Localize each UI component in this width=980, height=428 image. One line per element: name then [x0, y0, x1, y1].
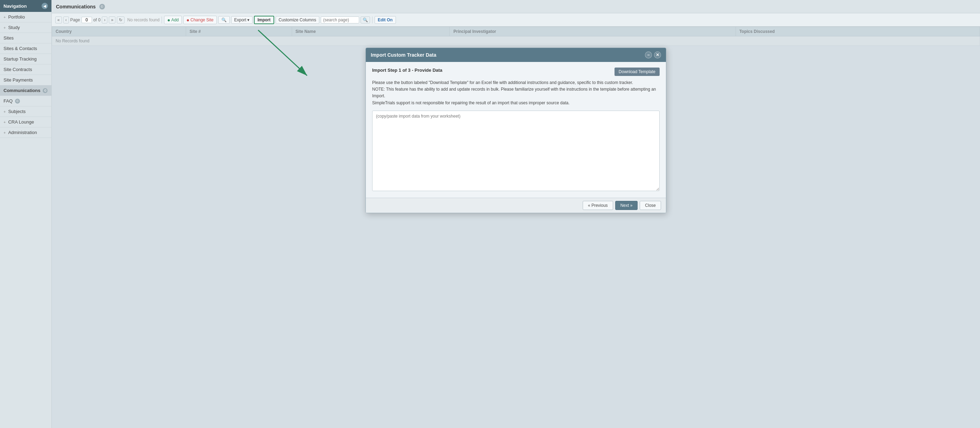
- svg-line-1: [258, 30, 307, 76]
- sidebar-plus-subjects: +: [3, 110, 6, 114]
- sidebar-title: Navigation: [3, 3, 27, 9]
- modal-step-header: Import Step 1 of 3 - Provide Data Downlo…: [372, 67, 660, 76]
- sidebar-item-sites[interactable]: Sites: [0, 33, 51, 43]
- toolbar-separator-2: [372, 16, 372, 24]
- modal-header: Import Custom Tracker Data − ✕: [366, 48, 666, 62]
- modal-instructions: Please use the button labeled "Download …: [372, 80, 660, 106]
- search-input[interactable]: [321, 16, 359, 24]
- communications-badge: ©: [43, 88, 48, 93]
- sidebar-plus-cra-lounge: +: [3, 120, 6, 124]
- modal-step-title: Import Step 1 of 3 - Provide Data: [372, 67, 442, 73]
- customize-columns-button[interactable]: Customize Columns: [275, 16, 319, 24]
- last-page-button[interactable]: »: [109, 16, 115, 24]
- sidebar-item-faq[interactable]: FAQ ©: [0, 96, 51, 106]
- search-icon: 🔍: [221, 18, 227, 22]
- edit-on-label: Edit On: [378, 18, 393, 22]
- export-label: Export: [234, 18, 247, 22]
- page-input[interactable]: [81, 17, 92, 23]
- of-value: 0: [98, 18, 101, 22]
- toolbar-separator-1: [162, 16, 162, 24]
- refresh-button[interactable]: ↻: [117, 16, 124, 24]
- instruction-line-2: NOTE: This feature has the ability to ad…: [372, 86, 660, 99]
- export-button[interactable]: Export ▾: [231, 16, 253, 24]
- next-page-button[interactable]: ›: [102, 16, 107, 24]
- of-label: of: [93, 18, 97, 22]
- download-template-label: Download Template: [619, 69, 655, 74]
- previous-button[interactable]: « Previous: [583, 201, 613, 210]
- sidebar-item-administration[interactable]: + Administration: [0, 128, 51, 138]
- sidebar-collapse-icon[interactable]: ◀: [41, 3, 48, 9]
- toolbar: « ‹ Page of 0 › » ↻ No records found ● A…: [52, 13, 980, 27]
- sidebar-label-cra-lounge: CRA Lounge: [8, 119, 34, 125]
- sidebar-header: Navigation ◀: [0, 0, 51, 12]
- modal-close-icon[interactable]: ✕: [654, 51, 661, 58]
- sidebar-label-communications: Communications: [3, 88, 40, 93]
- sidebar-item-site-payments[interactable]: Site Payments: [0, 75, 51, 85]
- first-page-button[interactable]: «: [55, 16, 62, 24]
- sidebar-item-portfolio[interactable]: + Portfolio: [0, 12, 51, 22]
- close-label: Close: [645, 203, 656, 208]
- topbar-badge: ©: [99, 4, 105, 10]
- instruction-line-1: Please use the button labeled "Download …: [372, 80, 660, 86]
- sidebar-item-sites-contacts[interactable]: Sites & Contacts: [0, 43, 51, 54]
- sidebar-item-cra-lounge[interactable]: + CRA Lounge: [0, 117, 51, 128]
- sidebar-item-communications[interactable]: Communications ©: [0, 85, 51, 96]
- add-icon: ●: [167, 17, 170, 23]
- sidebar-item-subjects[interactable]: + Subjects: [0, 106, 51, 117]
- sidebar-plus-administration: +: [3, 131, 6, 135]
- topbar: Communications ©: [52, 0, 980, 13]
- import-data-textarea[interactable]: [372, 110, 660, 191]
- sidebar-label-site-contracts: Site Contracts: [3, 67, 32, 72]
- page-info: Page of 0: [70, 17, 101, 23]
- previous-label: « Previous: [588, 203, 608, 208]
- change-site-label: Change Site: [190, 18, 213, 22]
- add-button[interactable]: ● Add: [164, 16, 182, 24]
- import-button[interactable]: Import: [254, 16, 274, 24]
- main-content: Communications © « ‹ Page of 0 › » ↻ No …: [52, 0, 980, 428]
- sidebar-item-site-contracts[interactable]: Site Contracts: [0, 64, 51, 75]
- no-records-status: No records found: [127, 18, 159, 22]
- sidebar: Navigation ◀ + Portfolio + Study Sites S…: [0, 0, 52, 428]
- add-label: Add: [171, 18, 179, 22]
- table-area: Country Site # Site Name Principal Inves…: [52, 27, 980, 428]
- modal-minimize-icon[interactable]: −: [645, 51, 652, 58]
- change-site-button[interactable]: ● Change Site: [183, 16, 217, 24]
- download-template-button[interactable]: Download Template: [614, 67, 660, 76]
- sidebar-plus-portfolio: +: [3, 15, 6, 19]
- modal-title: Import Custom Tracker Data: [371, 52, 436, 58]
- modal-header-icons: − ✕: [645, 51, 661, 58]
- sidebar-plus-study: +: [3, 26, 6, 30]
- search-button[interactable]: 🔍: [218, 16, 230, 24]
- import-modal: Import Custom Tracker Data − ✕ Import St…: [366, 48, 666, 213]
- next-label: Next »: [620, 203, 633, 208]
- page-label: Page: [70, 18, 80, 22]
- modal-overlay: Import Custom Tracker Data − ✕ Import St…: [52, 27, 980, 428]
- sidebar-label-startup-tracking: Startup Tracking: [3, 56, 37, 62]
- sidebar-label-administration: Administration: [8, 130, 37, 135]
- sidebar-item-study[interactable]: + Study: [0, 22, 51, 33]
- sidebar-label-sites: Sites: [3, 35, 14, 41]
- next-button[interactable]: Next »: [615, 201, 638, 210]
- faq-badge: ©: [15, 99, 20, 104]
- sidebar-item-startup-tracking[interactable]: Startup Tracking: [0, 54, 51, 64]
- topbar-title: Communications: [56, 4, 96, 10]
- sidebar-label-subjects: Subjects: [8, 109, 25, 114]
- sidebar-label-portfolio: Portfolio: [8, 14, 25, 19]
- change-site-icon: ●: [186, 17, 189, 23]
- sidebar-label-study: Study: [8, 25, 19, 30]
- import-label: Import: [258, 18, 270, 22]
- search-go-button[interactable]: 🔍: [361, 16, 370, 24]
- sidebar-label-sites-contacts: Sites & Contacts: [3, 46, 37, 51]
- modal-footer: « Previous Next » Close: [366, 198, 666, 213]
- edit-on-button[interactable]: Edit On: [375, 16, 396, 24]
- close-button[interactable]: Close: [640, 201, 661, 210]
- sidebar-label-faq: FAQ: [3, 98, 13, 104]
- modal-body: Import Step 1 of 3 - Provide Data Downlo…: [366, 62, 666, 198]
- instruction-line-3: SimpleTrials support is not responsible …: [372, 100, 660, 106]
- sidebar-label-site-payments: Site Payments: [3, 77, 33, 83]
- customize-label: Customize Columns: [279, 18, 316, 22]
- prev-page-button[interactable]: ‹: [63, 16, 69, 24]
- export-chevron-icon: ▾: [247, 18, 249, 22]
